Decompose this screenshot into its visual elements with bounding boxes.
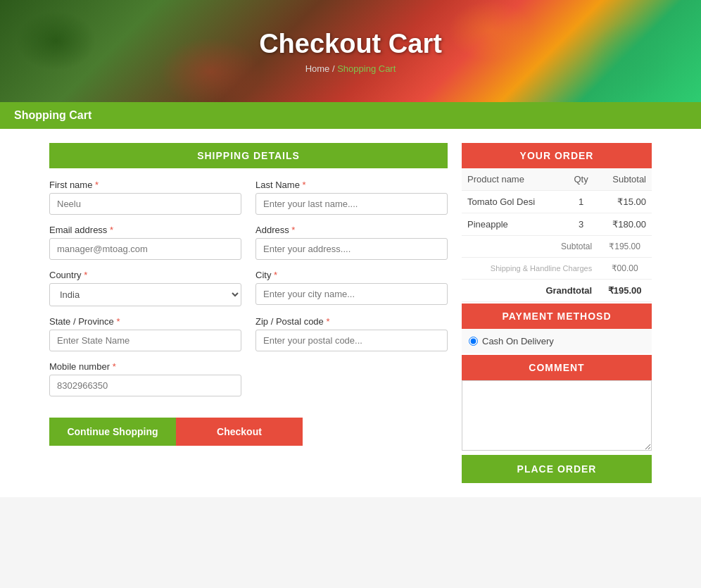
address-input[interactable] xyxy=(255,238,448,260)
item-qty-2: 3 xyxy=(564,213,598,236)
main-content: SHIPPING DETAILS First name * Last Name … xyxy=(0,129,701,497)
lastname-input[interactable] xyxy=(255,193,448,215)
checkout-button[interactable]: Checkout xyxy=(176,418,303,446)
lastname-label: Last Name * xyxy=(255,180,448,190)
hero-section: Checkout Cart Home / Shopping Cart xyxy=(0,0,701,102)
form-group-lastname: Last Name * xyxy=(255,180,448,215)
form-group-mobile-placeholder xyxy=(255,361,448,396)
form-group-country: Country * India xyxy=(49,270,241,306)
breadcrumb: Home / Shopping Cart xyxy=(305,63,396,74)
breadcrumb-home[interactable]: Home xyxy=(305,63,330,74)
mobile-input[interactable] xyxy=(49,375,241,396)
item-name-1: Tomato Gol Desi xyxy=(462,191,564,213)
form-group-zip: Zip / Postal code * xyxy=(255,316,448,351)
state-label: State / Province * xyxy=(49,316,241,327)
country-select[interactable]: India xyxy=(49,283,241,306)
col-subtotal: Subtotal xyxy=(598,168,652,191)
form-row-country-city: Country * India City * xyxy=(49,270,448,306)
breadcrumb-current: Shopping Cart xyxy=(337,63,396,74)
firstname-label: First name * xyxy=(49,180,241,190)
form-row-state-zip: State / Province * Zip / Postal code * xyxy=(49,316,448,351)
continue-shopping-button[interactable]: Continue Shopping xyxy=(49,418,176,446)
shipping-row: Shipping & Handline Charges ₹00.00 xyxy=(462,258,652,280)
order-panel: YOUR ORDER Product name Qty Subtotal Tom… xyxy=(462,143,652,483)
address-label: Address * xyxy=(255,225,448,235)
city-input[interactable] xyxy=(255,283,448,305)
state-input[interactable] xyxy=(49,330,241,351)
form-row-name: First name * Last Name * xyxy=(49,180,448,215)
page-title: Checkout Cart xyxy=(259,29,442,59)
item-qty-1: 1 xyxy=(564,191,598,213)
place-order-button[interactable]: PLACE ORDER xyxy=(462,455,652,483)
shipping-header: SHIPPING DETAILS xyxy=(49,143,448,168)
order-header: YOUR ORDER xyxy=(462,143,652,168)
city-label: City * xyxy=(255,270,448,280)
form-group-mobile: Mobile number * xyxy=(49,361,241,396)
table-row: Tomato Gol Desi 1 ₹15.00 xyxy=(462,191,652,213)
form-group-email: Email address * xyxy=(49,225,241,260)
form-row-email-address: Email address * Address * xyxy=(49,225,448,260)
payment-option: Cash On Delivery xyxy=(462,329,652,354)
comment-header: COMMENT xyxy=(462,355,652,380)
grandtotal-row: Grandtotal ₹195.00 xyxy=(462,280,652,302)
country-label: Country * xyxy=(49,270,241,280)
grandtotal-value: ₹195.00 xyxy=(598,280,652,302)
shopping-cart-bar: Shopping Cart xyxy=(0,102,701,129)
email-input[interactable] xyxy=(49,238,241,260)
form-group-address: Address * xyxy=(255,225,448,260)
zip-input[interactable] xyxy=(255,330,448,351)
shipping-form-panel: SHIPPING DETAILS First name * Last Name … xyxy=(49,143,448,483)
mobile-label: Mobile number * xyxy=(49,361,241,372)
table-row: Pineapple 3 ₹180.00 xyxy=(462,213,652,236)
item-subtotal-2: ₹180.00 xyxy=(598,213,652,236)
firstname-input[interactable] xyxy=(49,193,241,215)
cod-label: Cash On Delivery xyxy=(482,336,554,346)
col-product-name: Product name xyxy=(462,168,564,191)
shipping-value: ₹00.00 xyxy=(598,258,652,280)
form-row-mobile: Mobile number * xyxy=(49,361,448,396)
shipping-label: Shipping & Handline Charges xyxy=(462,258,598,280)
grandtotal-label: Grandtotal xyxy=(462,280,598,302)
item-subtotal-1: ₹15.00 xyxy=(598,191,652,213)
form-group-city: City * xyxy=(255,270,448,306)
form-group-state: State / Province * xyxy=(49,316,241,351)
cod-radio[interactable] xyxy=(469,337,478,346)
zip-label: Zip / Postal code * xyxy=(255,316,448,327)
subtotal-row: Subtotal ₹195.00 xyxy=(462,236,652,258)
email-label: Email address * xyxy=(49,225,241,235)
subtotal-value: ₹195.00 xyxy=(598,236,652,258)
comment-textarea[interactable] xyxy=(462,380,652,451)
bottom-buttons: Continue Shopping Checkout xyxy=(49,418,303,446)
item-name-2: Pineapple xyxy=(462,213,564,236)
subtotal-label: Subtotal xyxy=(462,236,598,258)
col-qty: Qty xyxy=(564,168,598,191)
order-table: Product name Qty Subtotal Tomato Gol Des… xyxy=(462,168,652,302)
form-group-firstname: First name * xyxy=(49,180,241,215)
payment-header: PAYMENT METHOSD xyxy=(462,304,652,329)
